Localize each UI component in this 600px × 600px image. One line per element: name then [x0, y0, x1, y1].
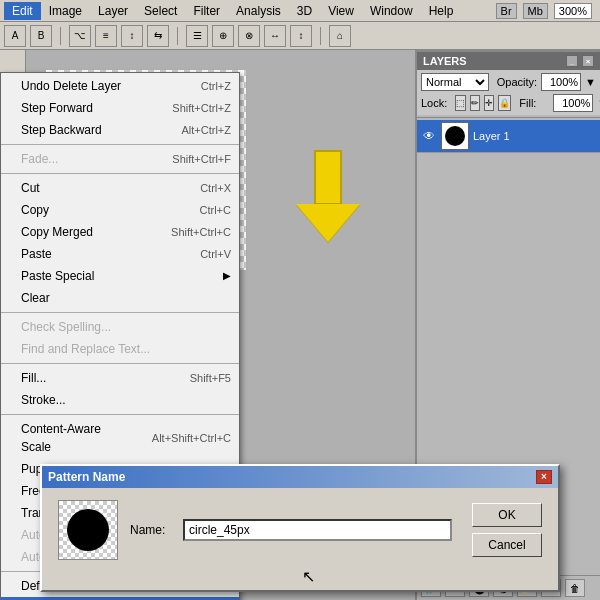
lock-position-btn[interactable]: ✛ — [484, 95, 494, 111]
toolbar-btn-4[interactable]: ≡ — [95, 25, 117, 47]
toolbar-btn-5[interactable]: ↕ — [121, 25, 143, 47]
menu-find-replace[interactable]: Find and Replace Text... — [1, 338, 239, 360]
dialog-thumb-circle — [67, 509, 109, 551]
toolbar-btn-12[interactable]: ⌂ — [329, 25, 351, 47]
menu-fade-shortcut: Shift+Ctrl+F — [172, 150, 231, 168]
toolbar-btn-3[interactable]: ⌥ — [69, 25, 91, 47]
toolbar-separator-1 — [60, 27, 61, 45]
opacity-input[interactable] — [541, 73, 581, 91]
menu-paste-special-label: Paste Special — [21, 267, 94, 285]
menu-stroke[interactable]: Stroke... — [1, 389, 239, 411]
menu-check-spelling-label: Check Spelling... — [21, 318, 111, 336]
menu-undo-shortcut: Ctrl+Z — [201, 77, 231, 95]
menu-check-spelling[interactable]: Check Spelling... — [1, 316, 239, 338]
dialog-overlay: Pattern Name × Name: OK Cancel ↖ — [0, 455, 600, 600]
menu-copy-merged[interactable]: Copy Merged Shift+Ctrl+C — [1, 221, 239, 243]
toolbar-btn-6[interactable]: ⇆ — [147, 25, 169, 47]
dialog-cursor-icon: ↖ — [302, 567, 315, 586]
menubar-image[interactable]: Image — [41, 2, 90, 20]
dialog-title: Pattern Name — [48, 470, 125, 484]
menu-cut[interactable]: Cut Ctrl+X — [1, 177, 239, 199]
dialog-name-input[interactable] — [183, 519, 452, 541]
menu-paste-special[interactable]: Paste Special ▶ — [1, 265, 239, 287]
menubar-layer[interactable]: Layer — [90, 2, 136, 20]
fill-label: Fill: — [519, 97, 549, 109]
toolbar-btn-9[interactable]: ⊗ — [238, 25, 260, 47]
toolbar-btn-8[interactable]: ⊕ — [212, 25, 234, 47]
menu-content-aware-scale[interactable]: Content-Aware Scale Alt+Shift+Ctrl+C — [1, 418, 239, 458]
toolbar-btn-2[interactable]: B — [30, 25, 52, 47]
layers-controls-area: Normal Opacity: ▼ Lock: ⬚ ✏ ✛ 🔒 Fill: ▼ — [417, 70, 600, 115]
menubar-help[interactable]: Help — [421, 2, 462, 20]
menu-step-backward-shortcut: Alt+Ctrl+Z — [181, 121, 231, 139]
menubar-view[interactable]: View — [320, 2, 362, 20]
toolbar-btn-7[interactable]: ☰ — [186, 25, 208, 47]
menu-step-backward[interactable]: Step Backward Alt+Ctrl+Z — [1, 119, 239, 141]
layers-panel-titlebar: LAYERS _ × — [417, 52, 600, 70]
menu-clear-label: Clear — [21, 289, 50, 307]
toolbar-btn-10[interactable]: ↔ — [264, 25, 286, 47]
menubar-select[interactable]: Select — [136, 2, 185, 20]
lock-paint-btn[interactable]: ✏ — [470, 95, 480, 111]
separator-4 — [1, 363, 239, 364]
menu-cut-label: Cut — [21, 179, 40, 197]
dialog-buttons: OK Cancel — [472, 503, 542, 557]
layers-panel-collapse-btn[interactable]: _ — [566, 55, 578, 67]
opacity-arrow[interactable]: ▼ — [585, 76, 596, 88]
menu-fade-label: Fade... — [21, 150, 58, 168]
menubar-filter[interactable]: Filter — [185, 2, 228, 20]
layer-thumbnail — [441, 122, 469, 150]
menubar-3d[interactable]: 3D — [289, 2, 320, 20]
menubar-analysis[interactable]: Analysis — [228, 2, 289, 20]
menu-fill[interactable]: Fill... Shift+F5 — [1, 367, 239, 389]
layer-thumb-circle — [445, 126, 465, 146]
blend-mode-select[interactable]: Normal — [421, 73, 489, 91]
lock-all-btn[interactable]: 🔒 — [498, 95, 511, 111]
toolbar: A B ⌥ ≡ ↕ ⇆ ☰ ⊕ ⊗ ↔ ↕ ⌂ — [0, 22, 600, 50]
menu-copy[interactable]: Copy Ctrl+C — [1, 199, 239, 221]
layers-divider — [417, 117, 600, 118]
menu-clear[interactable]: Clear — [1, 287, 239, 309]
layer-item[interactable]: 👁 Layer 1 — [417, 120, 600, 153]
layer-visibility-icon[interactable]: 👁 — [421, 128, 437, 144]
dialog-body: Name: OK Cancel — [42, 488, 558, 572]
toolbar-btn-1[interactable]: A — [4, 25, 26, 47]
down-arrow — [296, 150, 360, 242]
blend-mode-row: Normal Opacity: ▼ — [421, 73, 596, 91]
menu-paste[interactable]: Paste Ctrl+V — [1, 243, 239, 265]
menu-fill-shortcut: Shift+F5 — [190, 369, 231, 387]
menubar-edit[interactable]: Edit — [4, 2, 41, 20]
dialog-name-label: Name: — [130, 523, 175, 537]
dialog-name-row: Name: — [130, 519, 452, 541]
separator-5 — [1, 414, 239, 415]
fill-input[interactable] — [553, 94, 593, 112]
menu-step-forward-label: Step Forward — [21, 99, 93, 117]
menubar-window[interactable]: Window — [362, 2, 421, 20]
menu-fade[interactable]: Fade... Shift+Ctrl+F — [1, 148, 239, 170]
separator-2 — [1, 173, 239, 174]
menu-step-forward[interactable]: Step Forward Shift+Ctrl+Z — [1, 97, 239, 119]
lock-transparent-btn[interactable]: ⬚ — [455, 95, 466, 111]
menu-step-forward-shortcut: Shift+Ctrl+Z — [172, 99, 231, 117]
lock-row: Lock: ⬚ ✏ ✛ 🔒 Fill: ▼ — [421, 94, 596, 112]
menu-step-backward-label: Step Backward — [21, 121, 102, 139]
menu-find-replace-label: Find and Replace Text... — [21, 340, 150, 358]
mb-btn[interactable]: Mb — [523, 3, 548, 19]
menu-copy-label: Copy — [21, 201, 49, 219]
menu-content-aware-scale-label: Content-Aware Scale — [21, 420, 132, 456]
dialog-ok-button[interactable]: OK — [472, 503, 542, 527]
dialog-preview-thumb — [58, 500, 118, 560]
separator-3 — [1, 312, 239, 313]
dialog-cursor-area: ↖ — [42, 572, 558, 590]
menu-copy-merged-label: Copy Merged — [21, 223, 93, 241]
layers-panel-close-btn[interactable]: × — [582, 55, 594, 67]
toolbar-separator-2 — [177, 27, 178, 45]
dialog-close-button[interactable]: × — [536, 470, 552, 484]
dialog-titlebar: Pattern Name × — [42, 466, 558, 488]
dialog-cancel-button[interactable]: Cancel — [472, 533, 542, 557]
menu-stroke-label: Stroke... — [21, 391, 66, 409]
br-btn[interactable]: Br — [496, 3, 517, 19]
menu-paste-shortcut: Ctrl+V — [200, 245, 231, 263]
toolbar-btn-11[interactable]: ↕ — [290, 25, 312, 47]
menu-undo[interactable]: Undo Delete Layer Ctrl+Z — [1, 75, 239, 97]
